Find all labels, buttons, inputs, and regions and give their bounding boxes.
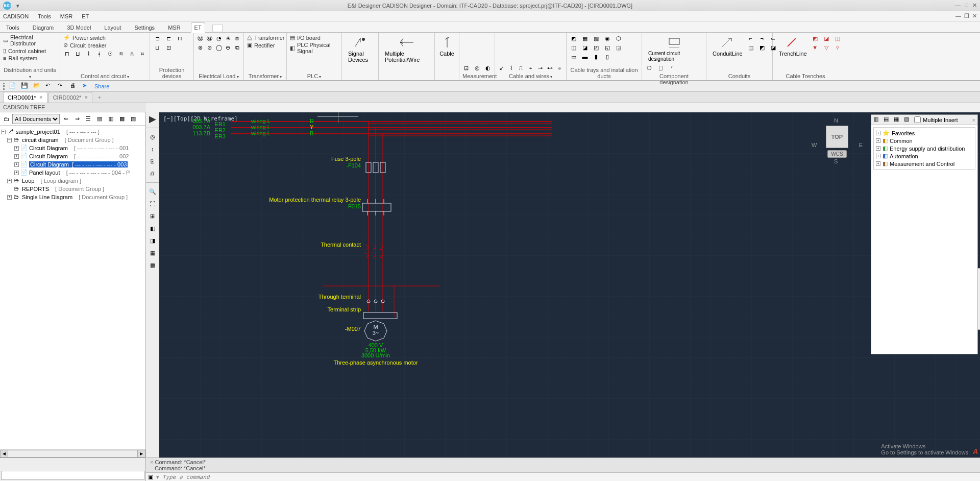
mdi-restore-button[interactable]: ❐ (964, 13, 969, 19)
expand-icon[interactable]: + (14, 162, 19, 167)
menu-tools[interactable]: Tools (38, 13, 51, 19)
expand-icon[interactable]: − (7, 138, 12, 142)
btn-electrical-distributor[interactable]: ▭Electrical Distributor (3, 34, 57, 46)
objmgr-ic-4[interactable]: ▧ (904, 116, 912, 124)
desig-ic-2[interactable]: ⎕ (656, 64, 665, 72)
tree-panel-layout[interactable]: +📄Panel layout [ --- - --- - --- - --- -… (1, 169, 144, 177)
prot-ic-4[interactable]: ⊔ (153, 43, 161, 52)
tray-ic-7[interactable]: ◪ (581, 43, 589, 52)
tray-ic-11[interactable]: ▭ (570, 53, 578, 61)
tab-layout[interactable]: Layout (101, 23, 124, 32)
qab-grip-icon[interactable] (3, 83, 5, 90)
prot-ic-3[interactable]: ⊓ (176, 34, 184, 42)
meas-ic-2[interactable]: ◎ (473, 64, 481, 72)
ctrl-ic-1[interactable]: ⊓ (63, 50, 71, 58)
tree-ic-b[interactable]: ▤ (94, 114, 105, 124)
tree-fwd-icon[interactable]: ⇒ (72, 114, 82, 124)
tree-cd3-selected[interactable]: +📄Circuit Diagram [ --- - --- - --- - --… (1, 160, 144, 169)
tree-root[interactable]: −⎇sample_project01 [ --- - --- - --- ] (1, 128, 144, 136)
tray-ic-14[interactable]: ▯ (603, 53, 611, 61)
add-doctab-button[interactable]: ＋ (93, 92, 105, 103)
close-button[interactable]: ✕ (972, 2, 977, 9)
print-icon[interactable]: 🖨 (70, 82, 78, 90)
drawing-canvas[interactable]: [−][Top][2D Wireframe] 003.7A 003.7A 113… (159, 112, 980, 458)
load-ic-3[interactable]: ◔ (215, 34, 222, 42)
close-tab-icon[interactable]: × (39, 94, 43, 101)
tab-diagram[interactable]: Diagram (30, 23, 57, 32)
ctrl-ic-3[interactable]: ⌇ (85, 50, 92, 58)
redo-icon[interactable]: ↷ (58, 82, 66, 90)
cw-ic-2[interactable]: ⌇ (508, 64, 514, 72)
objmgr-ic-3[interactable]: ▦ (894, 116, 902, 124)
trench-ic-1[interactable]: ◩ (811, 34, 819, 42)
btn-control-cabinet[interactable]: ▯Control cabinet (3, 47, 57, 54)
expand-icon[interactable]: + (14, 154, 19, 159)
tray-ic-6[interactable]: ◫ (570, 43, 578, 52)
vstrip-ic-2[interactable]: ↕ (148, 145, 157, 154)
tree-cd2[interactable]: +📄Circuit Diagram [ --- - --- - --- - --… (1, 152, 144, 160)
vstrip-play-icon[interactable]: ▶ (148, 114, 157, 124)
viewcube-top-face[interactable]: TOP (826, 126, 848, 148)
load-ic-6[interactable]: ⊗ (197, 43, 203, 52)
load-ic-1[interactable]: Ⓜ (197, 34, 203, 42)
tray-ic-2[interactable]: ▦ (581, 34, 589, 42)
cw-ic-5[interactable]: ⊸ (537, 64, 544, 72)
objmgr-automation[interactable]: +◧Automation (876, 153, 973, 159)
load-ic-7[interactable]: ⊘ (206, 43, 212, 52)
tray-ic-12[interactable]: ▬ (581, 53, 589, 61)
prot-ic-1[interactable]: ⊐ (153, 34, 161, 42)
tray-ic-3[interactable]: ▧ (592, 34, 600, 42)
load-ic-2[interactable]: Ⓖ (206, 34, 212, 42)
objmgr-common[interactable]: +◧Common (876, 137, 973, 144)
btn-power-switch[interactable]: ⚡Power switch (63, 34, 146, 41)
trench-ic-4[interactable]: ▼ (811, 43, 819, 52)
btn-signal-devices[interactable]: Signal Devices (345, 34, 375, 64)
btn-conduit-line[interactable]: ConduitLine (709, 34, 746, 72)
qat-caret-icon[interactable]: ▾ (16, 3, 22, 9)
expand-icon[interactable]: + (14, 171, 19, 175)
btn-multiple-potential[interactable]: Multiple Potential/Wire (382, 34, 431, 64)
tab-et[interactable]: ET (191, 22, 205, 33)
vstrip-ic-9[interactable]: ◨ (148, 236, 157, 245)
vstrip-ic-8[interactable]: ◧ (148, 224, 157, 233)
vstrip-ic-4[interactable]: ⎙ (148, 169, 157, 178)
objmgr-vertical-tab[interactable]: OBJECTMANAGER (977, 268, 980, 330)
btn-rail-system[interactable]: ≡Rail system (3, 55, 57, 61)
vstrip-ic-7[interactable]: ⊞ (148, 211, 157, 221)
cw-ic-6[interactable]: ⊷ (547, 64, 553, 72)
doctab-cird0001[interactable]: CIRD0001*× (3, 92, 47, 103)
tree-ic-c[interactable]: ▥ (106, 114, 116, 124)
objmgr-measurement[interactable]: +◧Measurement and Control (876, 160, 973, 167)
btn-circuit-designation[interactable]: Current circuit designation (645, 34, 703, 63)
doc-filter-select[interactable]: All Documents (12, 114, 60, 124)
multiple-insert-checkbox[interactable] (914, 116, 921, 123)
tree-ic-d[interactable]: ▦ (117, 114, 127, 124)
panel-label-cablewires[interactable]: Cable and wires (509, 73, 552, 79)
load-ic-4[interactable]: ☀ (225, 34, 231, 42)
share-link[interactable]: Share (94, 83, 109, 89)
load-ic-9[interactable]: ⊖ (225, 43, 231, 52)
tray-ic-5[interactable]: ⬡ (615, 34, 623, 42)
meas-ic-1[interactable]: ⊡ (462, 64, 470, 72)
new-icon[interactable]: 📄 (9, 82, 17, 90)
cw-ic-4[interactable]: ⌁ (527, 64, 534, 72)
menu-et[interactable]: ET (82, 13, 89, 19)
panel-label-control[interactable]: Control and circuit (81, 73, 129, 79)
trench-ic-2[interactable]: ◪ (822, 34, 830, 42)
tray-ic-8[interactable]: ◰ (592, 43, 600, 52)
cw-ic-7[interactable]: ⟐ (556, 64, 563, 72)
load-ic-10[interactable]: ⧉ (234, 43, 240, 52)
btn-rectifier[interactable]: ▣Rectifier (247, 42, 283, 49)
trench-ic-6[interactable]: ▿ (834, 43, 842, 52)
save-icon[interactable]: 💾 (21, 82, 29, 90)
tray-ic-1[interactable]: ◩ (570, 34, 578, 42)
close-tab-icon[interactable]: × (84, 94, 88, 101)
tab-settings[interactable]: Settings (131, 23, 158, 32)
trench-ic-3[interactable]: ◫ (834, 34, 842, 42)
vstrip-ic-1[interactable]: ◎ (148, 132, 157, 141)
ctrl-ic-5[interactable]: ☉ (107, 50, 114, 58)
trench-ic-5[interactable]: ▽ (822, 43, 830, 52)
vstrip-zoom-in-icon[interactable]: 🔍 (148, 187, 157, 196)
tab-tools[interactable]: Tools (3, 23, 22, 32)
btn-plc-signal[interactable]: ◧PLC Physical Signal (290, 42, 338, 54)
